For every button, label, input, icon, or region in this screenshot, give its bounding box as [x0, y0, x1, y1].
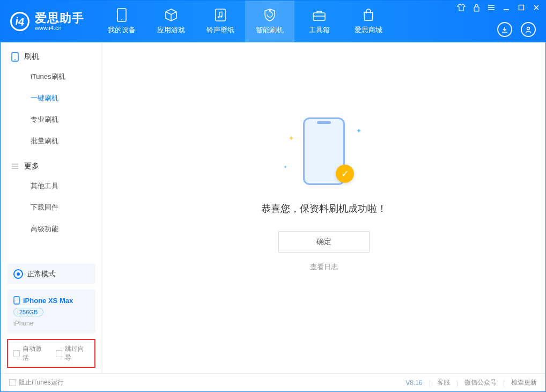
sidebar-bottom: 正常模式 iPhone XS Max 256GB iPhone 自动激活 [1, 264, 102, 373]
menu-icon[interactable] [486, 3, 496, 12]
svg-point-10 [14, 60, 16, 61]
checkbox-label: 跳过向导 [65, 344, 89, 363]
tab-my-device[interactable]: 我的设备 [97, 1, 146, 42]
svg-point-3 [218, 16, 220, 18]
logo-icon: i4 [9, 11, 31, 33]
lock-icon[interactable] [471, 3, 481, 12]
bag-icon [363, 8, 374, 22]
sidebar-section-title: 刷机 [24, 52, 39, 62]
svg-rect-11 [14, 297, 19, 304]
toolbox-icon [312, 8, 326, 22]
svg-point-1 [121, 19, 122, 20]
view-log-link[interactable]: 查看日志 [310, 262, 338, 272]
music-icon [215, 8, 226, 22]
tab-label: 应用游戏 [157, 25, 185, 35]
device-name: iPhone XS Max [23, 297, 73, 305]
options-row: 自动激活 跳过向导 [7, 339, 95, 368]
checkbox-icon [56, 350, 62, 357]
ok-button[interactable]: 确定 [278, 231, 370, 253]
app-window: i4 爱思助手 www.i4.cn 我的设备 应用游戏 铃声壁纸 智能刷机 [0, 0, 546, 392]
tab-ringtones-wallpapers[interactable]: 铃声壁纸 [196, 1, 245, 42]
main-content: ✦ ✦ • ✓ 恭喜您，保资料刷机成功啦！ 确定 查看日志 [102, 42, 545, 373]
checkbox-skip-guide[interactable]: 跳过向导 [56, 344, 90, 363]
user-button[interactable] [521, 22, 536, 37]
tab-label: 我的设备 [108, 25, 136, 35]
success-check-icon: ✓ [336, 165, 354, 183]
sparkle-icon: ✦ [356, 127, 361, 135]
svg-point-4 [220, 16, 223, 18]
checkbox-auto-activate[interactable]: 自动激活 [13, 344, 47, 363]
sidebar-section-title: 更多 [24, 161, 39, 171]
checkbox-block-itunes[interactable]: 阻止iTunes运行 [9, 378, 64, 387]
mode-icon [13, 269, 23, 279]
sidebar-item-download-firmware[interactable]: 下载固件 [1, 197, 102, 218]
sidebar-item-advanced[interactable]: 高级功能 [1, 218, 102, 240]
sidebar-section-flash: 刷机 [1, 42, 102, 66]
list-icon [11, 163, 19, 169]
body: 刷机 iTunes刷机 一键刷机 专业刷机 批量刷机 更多 其他工具 下载固件 … [1, 42, 545, 373]
sidebar-item-pro-flash[interactable]: 专业刷机 [1, 109, 102, 130]
svg-point-8 [527, 27, 530, 30]
sidebar-section-more: 更多 [1, 152, 102, 175]
app-subtitle: www.i4.cn [35, 25, 84, 31]
tab-label: 工具箱 [309, 25, 330, 35]
checkbox-label: 阻止iTunes运行 [19, 378, 64, 387]
close-button[interactable] [532, 3, 541, 12]
tab-label: 铃声壁纸 [206, 25, 234, 35]
device-box[interactable]: iPhone XS Max 256GB iPhone [7, 290, 95, 334]
shield-icon [263, 8, 276, 22]
maximize-button[interactable] [517, 3, 526, 12]
svg-rect-7 [519, 5, 524, 10]
tab-toolbox[interactable]: 工具箱 [294, 1, 344, 42]
version-label: V8.16 [405, 379, 422, 387]
window-controls [456, 3, 541, 12]
sidebar-item-oneclick-flash[interactable]: 一键刷机 [1, 87, 102, 109]
tab-label: 智能刷机 [256, 25, 284, 35]
tab-apps-games[interactable]: 应用游戏 [146, 1, 196, 42]
minimize-button[interactable] [501, 3, 511, 12]
footer-right: V8.16 | 客服 | 微信公众号 | 检查更新 [405, 378, 537, 387]
svg-rect-6 [474, 7, 479, 11]
device-storage-badge: 256GB [13, 308, 43, 316]
tab-label: 爱思商城 [355, 25, 382, 35]
device-type: iPhone [13, 320, 89, 327]
header: i4 爱思助手 www.i4.cn 我的设备 应用游戏 铃声壁纸 智能刷机 [1, 1, 545, 42]
phone-icon [11, 52, 19, 62]
wechat-link[interactable]: 微信公众号 [464, 378, 497, 387]
success-illustration: ✦ ✦ • ✓ [281, 117, 367, 187]
sidebar-item-other-tools[interactable]: 其他工具 [1, 175, 102, 197]
download-button[interactable] [497, 22, 512, 37]
sparkle-icon: ✦ [289, 135, 294, 142]
mode-box[interactable]: 正常模式 [7, 264, 95, 284]
mode-label: 正常模式 [27, 269, 55, 279]
sidebar-item-batch-flash[interactable]: 批量刷机 [1, 130, 102, 152]
app-title: 爱思助手 [35, 12, 84, 25]
checkbox-icon [9, 379, 16, 386]
sparkle-icon: • [284, 164, 286, 171]
sidebar: 刷机 iTunes刷机 一键刷机 专业刷机 批量刷机 更多 其他工具 下载固件 … [1, 42, 102, 373]
header-bottom-icons [497, 22, 536, 37]
checkbox-icon [13, 350, 20, 357]
check-update-link[interactable]: 检查更新 [511, 378, 537, 387]
device-icon [117, 8, 127, 22]
sidebar-item-itunes-flash[interactable]: iTunes刷机 [1, 66, 102, 87]
tab-smart-flash[interactable]: 智能刷机 [245, 1, 294, 42]
footer: 阻止iTunes运行 V8.16 | 客服 | 微信公众号 | 检查更新 [1, 373, 545, 391]
device-phone-icon [13, 296, 20, 305]
svg-rect-2 [216, 9, 225, 21]
success-text: 恭喜您，保资料刷机成功啦！ [261, 202, 387, 215]
tab-store[interactable]: 爱思商城 [344, 1, 393, 42]
main-tabs: 我的设备 应用游戏 铃声壁纸 智能刷机 工具箱 爱思商城 [97, 1, 393, 42]
logo-block: i4 爱思助手 www.i4.cn [1, 1, 94, 42]
svg-rect-5 [313, 13, 325, 20]
shirt-icon[interactable] [456, 3, 466, 12]
checkbox-label: 自动激活 [23, 344, 47, 363]
support-link[interactable]: 客服 [437, 378, 450, 387]
cube-icon [164, 8, 178, 22]
